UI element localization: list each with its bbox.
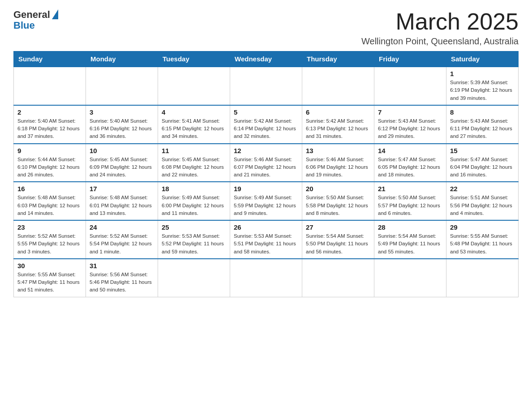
day-info: Sunrise: 5:42 AM Sunset: 6:14 PM Dayligh… — [234, 117, 298, 141]
week-row-1: 2Sunrise: 5:40 AM Sunset: 6:18 PM Daylig… — [14, 105, 519, 144]
calendar-cell — [302, 259, 374, 297]
logo: General Blue — [13, 9, 59, 30]
week-row-0: 1Sunrise: 5:39 AM Sunset: 6:19 PM Daylig… — [14, 67, 519, 105]
title-section: March 2025 Wellington Point, Queensland,… — [361, 9, 519, 47]
week-row-3: 16Sunrise: 5:48 AM Sunset: 6:03 PM Dayli… — [14, 182, 519, 220]
calendar-cell: 31Sunrise: 5:56 AM Sunset: 5:46 PM Dayli… — [86, 259, 158, 297]
month-title: March 2025 — [361, 9, 519, 34]
calendar-cell: 23Sunrise: 5:52 AM Sunset: 5:55 PM Dayli… — [14, 220, 86, 259]
day-number: 7 — [378, 108, 442, 116]
calendar-cell: 14Sunrise: 5:47 AM Sunset: 6:05 PM Dayli… — [374, 144, 446, 182]
day-number: 23 — [17, 223, 82, 231]
day-info: Sunrise: 5:52 AM Sunset: 5:55 PM Dayligh… — [17, 232, 82, 256]
day-number: 17 — [90, 185, 154, 193]
calendar-cell — [158, 67, 230, 105]
day-info: Sunrise: 5:53 AM Sunset: 5:51 PM Dayligh… — [234, 232, 298, 256]
calendar-cell: 15Sunrise: 5:47 AM Sunset: 6:04 PM Dayli… — [446, 144, 519, 182]
day-number: 1 — [450, 70, 515, 77]
weekday-header-thursday: Thursday — [302, 51, 374, 67]
week-row-4: 23Sunrise: 5:52 AM Sunset: 5:55 PM Dayli… — [14, 220, 519, 259]
day-info: Sunrise: 5:52 AM Sunset: 5:54 PM Dayligh… — [90, 232, 154, 256]
day-number: 2 — [17, 108, 82, 116]
day-info: Sunrise: 5:55 AM Sunset: 5:48 PM Dayligh… — [450, 232, 515, 256]
calendar-cell: 3Sunrise: 5:40 AM Sunset: 6:16 PM Daylig… — [86, 105, 158, 144]
day-number: 28 — [378, 223, 442, 231]
day-info: Sunrise: 5:50 AM Sunset: 5:58 PM Dayligh… — [306, 194, 370, 217]
calendar-cell — [86, 67, 158, 105]
day-info: Sunrise: 5:40 AM Sunset: 6:18 PM Dayligh… — [17, 117, 82, 141]
day-number: 30 — [17, 262, 82, 270]
day-info: Sunrise: 5:50 AM Sunset: 5:57 PM Dayligh… — [378, 194, 442, 217]
calendar-cell: 29Sunrise: 5:55 AM Sunset: 5:48 PM Dayli… — [446, 220, 519, 259]
day-number: 25 — [162, 223, 226, 231]
day-info: Sunrise: 5:47 AM Sunset: 6:05 PM Dayligh… — [378, 156, 442, 179]
day-info: Sunrise: 5:45 AM Sunset: 6:08 PM Dayligh… — [162, 156, 226, 179]
week-row-2: 9Sunrise: 5:44 AM Sunset: 6:10 PM Daylig… — [14, 144, 519, 182]
calendar-cell: 17Sunrise: 5:48 AM Sunset: 6:01 PM Dayli… — [86, 182, 158, 220]
weekday-header-row: SundayMondayTuesdayWednesdayThursdayFrid… — [14, 51, 519, 67]
day-info: Sunrise: 5:54 AM Sunset: 5:49 PM Dayligh… — [378, 232, 442, 256]
day-info: Sunrise: 5:49 AM Sunset: 5:59 PM Dayligh… — [234, 194, 298, 217]
logo-blue-text: Blue — [13, 21, 35, 30]
day-info: Sunrise: 5:47 AM Sunset: 6:04 PM Dayligh… — [450, 156, 515, 179]
day-info: Sunrise: 5:40 AM Sunset: 6:16 PM Dayligh… — [90, 117, 154, 141]
day-info: Sunrise: 5:56 AM Sunset: 5:46 PM Dayligh… — [90, 271, 154, 294]
day-number: 26 — [234, 223, 298, 231]
day-info: Sunrise: 5:48 AM Sunset: 6:03 PM Dayligh… — [17, 194, 82, 217]
weekday-header-friday: Friday — [374, 51, 446, 67]
calendar-cell: 16Sunrise: 5:48 AM Sunset: 6:03 PM Dayli… — [14, 182, 86, 220]
weekday-header-saturday: Saturday — [446, 51, 519, 67]
day-number: 14 — [378, 147, 442, 154]
calendar-cell: 18Sunrise: 5:49 AM Sunset: 6:00 PM Dayli… — [158, 182, 230, 220]
day-info: Sunrise: 5:46 AM Sunset: 6:07 PM Dayligh… — [234, 156, 298, 179]
day-number: 19 — [234, 185, 298, 193]
calendar-cell: 1Sunrise: 5:39 AM Sunset: 6:19 PM Daylig… — [446, 67, 519, 105]
calendar-cell: 11Sunrise: 5:45 AM Sunset: 6:08 PM Dayli… — [158, 144, 230, 182]
day-info: Sunrise: 5:43 AM Sunset: 6:11 PM Dayligh… — [450, 117, 515, 141]
calendar-cell: 7Sunrise: 5:43 AM Sunset: 6:12 PM Daylig… — [374, 105, 446, 144]
day-info: Sunrise: 5:54 AM Sunset: 5:50 PM Dayligh… — [306, 232, 370, 256]
calendar-cell — [374, 67, 446, 105]
calendar-cell — [230, 67, 302, 105]
day-number: 11 — [162, 147, 226, 154]
calendar-cell: 27Sunrise: 5:54 AM Sunset: 5:50 PM Dayli… — [302, 220, 374, 259]
day-number: 9 — [17, 147, 82, 154]
logo-triangle-icon — [52, 9, 58, 19]
day-info: Sunrise: 5:48 AM Sunset: 6:01 PM Dayligh… — [90, 194, 154, 217]
calendar-cell: 4Sunrise: 5:41 AM Sunset: 6:15 PM Daylig… — [158, 105, 230, 144]
day-number: 20 — [306, 185, 370, 193]
day-info: Sunrise: 5:44 AM Sunset: 6:10 PM Dayligh… — [17, 156, 82, 179]
location-title: Wellington Point, Queensland, Australia — [361, 36, 519, 47]
calendar-cell — [230, 259, 302, 297]
calendar-cell: 26Sunrise: 5:53 AM Sunset: 5:51 PM Dayli… — [230, 220, 302, 259]
calendar-cell: 20Sunrise: 5:50 AM Sunset: 5:58 PM Dayli… — [302, 182, 374, 220]
calendar-cell: 25Sunrise: 5:53 AM Sunset: 5:52 PM Dayli… — [158, 220, 230, 259]
day-info: Sunrise: 5:41 AM Sunset: 6:15 PM Dayligh… — [162, 117, 226, 141]
day-number: 6 — [306, 108, 370, 116]
calendar-cell: 30Sunrise: 5:55 AM Sunset: 5:47 PM Dayli… — [14, 259, 86, 297]
day-number: 18 — [162, 185, 226, 193]
day-info: Sunrise: 5:46 AM Sunset: 6:06 PM Dayligh… — [306, 156, 370, 179]
day-number: 31 — [90, 262, 154, 270]
day-number: 10 — [90, 147, 154, 154]
day-info: Sunrise: 5:39 AM Sunset: 6:19 PM Dayligh… — [450, 79, 515, 102]
day-number: 27 — [306, 223, 370, 231]
calendar-cell: 9Sunrise: 5:44 AM Sunset: 6:10 PM Daylig… — [14, 144, 86, 182]
calendar-cell: 12Sunrise: 5:46 AM Sunset: 6:07 PM Dayli… — [230, 144, 302, 182]
calendar-cell: 19Sunrise: 5:49 AM Sunset: 5:59 PM Dayli… — [230, 182, 302, 220]
day-info: Sunrise: 5:55 AM Sunset: 5:47 PM Dayligh… — [17, 271, 82, 294]
calendar-cell: 10Sunrise: 5:45 AM Sunset: 6:09 PM Dayli… — [86, 144, 158, 182]
calendar-cell: 2Sunrise: 5:40 AM Sunset: 6:18 PM Daylig… — [14, 105, 86, 144]
calendar-cell — [446, 259, 519, 297]
week-row-5: 30Sunrise: 5:55 AM Sunset: 5:47 PM Dayli… — [14, 259, 519, 297]
calendar-cell — [14, 67, 86, 105]
day-number: 5 — [234, 108, 298, 116]
calendar-cell — [158, 259, 230, 297]
day-number: 22 — [450, 185, 515, 193]
weekday-header-wednesday: Wednesday — [230, 51, 302, 67]
day-info: Sunrise: 5:43 AM Sunset: 6:12 PM Dayligh… — [378, 117, 442, 141]
page-header: General Blue March 2025 Wellington Point… — [13, 9, 519, 47]
day-info: Sunrise: 5:53 AM Sunset: 5:52 PM Dayligh… — [162, 232, 226, 256]
day-number: 16 — [17, 185, 82, 193]
calendar-cell: 6Sunrise: 5:42 AM Sunset: 6:13 PM Daylig… — [302, 105, 374, 144]
